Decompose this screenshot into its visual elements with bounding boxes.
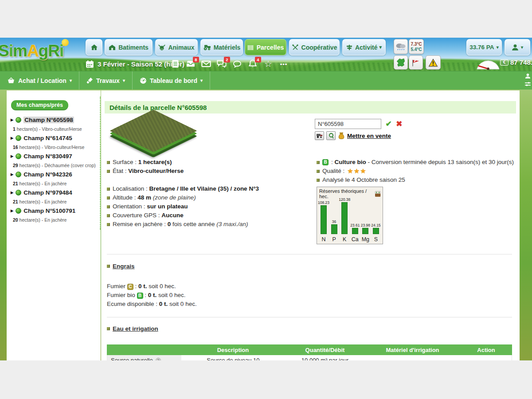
temperature-widget[interactable]: 7.3°C 5.4°C <box>409 39 424 54</box>
envelope-icon[interactable] <box>201 59 211 69</box>
expand-arrow-icon[interactable]: ▶ <box>11 172 13 176</box>
wind-button[interactable] <box>409 55 423 70</box>
temp-high: 7.3°C <box>411 42 422 47</box>
user-small-icon[interactable] <box>525 73 531 79</box>
weather-button[interactable] <box>394 39 408 54</box>
ecume-line: Ecume disponible : 0 t. soit 0 hec. <box>107 300 197 309</box>
action-points-button[interactable]: 33.76 PA ▾ <box>466 39 502 55</box>
chevron-down-icon: ▾ <box>70 78 72 83</box>
field-status-icon <box>16 135 21 141</box>
parcel-info-left: Surface : 1 hectare(s) État : Vibro-cult… <box>107 158 315 229</box>
field-name[interactable]: Champ N°605598 <box>23 117 74 123</box>
parcel-name-input[interactable] <box>315 119 381 129</box>
tab-label: Batiments <box>118 44 149 51</box>
irrigation-section-heading: Eau et irrigation <box>107 325 158 332</box>
warning-triangle-icon <box>428 59 438 67</box>
bullet-icon <box>107 161 110 164</box>
sidebar-item-field[interactable]: ▶ Champ N°979484 <box>11 189 72 196</box>
bullet-icon <box>107 214 110 217</box>
page-title: Détails de la parcelle N°605598 <box>105 101 516 113</box>
tab-label: Animaux <box>168 44 194 51</box>
filters-icon[interactable] <box>524 81 531 87</box>
money-display[interactable]: € 87 748. <box>500 59 532 66</box>
tab-animaux[interactable]: Animaux <box>155 39 198 55</box>
calendar-icon <box>86 60 94 68</box>
chevron-down-icon: ▾ <box>497 45 499 50</box>
engrais-heading: Engrais <box>107 263 197 270</box>
irrigation-title[interactable]: Eau et irrigation <box>113 325 158 332</box>
tab-label: Parcelles <box>257 44 284 51</box>
tab-home[interactable] <box>86 39 102 55</box>
sell-parcel-link[interactable]: Mettre en vente <box>347 133 391 139</box>
menu-label: Achat / Location <box>18 77 66 84</box>
chevron-down-icon: ▾ <box>123 78 125 83</box>
bio-badge-icon: B <box>137 293 143 299</box>
bell-icon[interactable]: 4 <box>247 59 258 69</box>
expand-arrow-icon[interactable]: ▶ <box>11 209 13 213</box>
chat-icon[interactable]: 2 <box>216 59 227 69</box>
wheat-field-icon <box>247 44 254 51</box>
field-detail: 20 hectare(s) - En jachère <box>13 217 66 223</box>
inbox-icon[interactable]: 8 <box>185 59 196 69</box>
chevron-down-icon: ▾ <box>200 78 203 83</box>
info-row-altitude: Altitude : 48 m (zone de plaine) <box>107 193 315 202</box>
bullet-icon <box>317 179 320 182</box>
sidebar-item-field[interactable]: ▶ Champ N°830497 <box>11 153 72 160</box>
chevron-down-icon: ▾ <box>521 45 523 50</box>
tab-activite[interactable]: Activité ▾ <box>342 39 386 55</box>
alert-button[interactable] <box>426 55 441 70</box>
sidebar-item-field[interactable]: ▶ Champ N°5100791 <box>11 207 75 214</box>
menu-travaux[interactable]: Travaux ▾ <box>79 71 133 90</box>
screen: SimAgRi Batiments Animaux Matériels Parc… <box>0 0 532 399</box>
field-name[interactable]: Champ N°942326 <box>23 171 72 178</box>
info-row-localisation: Localisation : Bretagne / Ille et Vilain… <box>107 184 315 193</box>
reserve-bar <box>373 228 379 234</box>
engrais-title[interactable]: Engrais <box>113 263 135 270</box>
tab-batiments[interactable]: Batiments <box>105 39 153 55</box>
tab-cooperative[interactable]: Coopérative <box>289 39 340 55</box>
speech-bubble-icon[interactable] <box>232 59 243 69</box>
menu-tableau-de-bord[interactable]: Tableau de bord ▾ <box>133 71 210 90</box>
reserve-bar <box>352 228 358 234</box>
sidebar-item-field[interactable]: ▶ Champ N°605598 <box>11 117 74 123</box>
simagri-site: SimAgRi Batiments Animaux Matériels Parc… <box>0 38 532 360</box>
tab-label: Coopérative <box>301 44 337 51</box>
region-map-button[interactable] <box>394 55 408 70</box>
more-menu-icon[interactable]: ••• <box>278 59 289 69</box>
action-points-value: 33.76 PA <box>469 44 494 51</box>
user-menu-button[interactable]: ▾ <box>505 39 530 55</box>
tab-materiels[interactable]: Matériels <box>200 39 243 55</box>
confirm-icon[interactable]: ✔ <box>385 120 391 128</box>
expand-arrow-icon[interactable]: ▶ <box>11 118 13 122</box>
field-name[interactable]: Champ N°979484 <box>23 189 72 196</box>
parcel-details-panel: Détails de la parcelle N°605598 ✔ ✖ <box>101 90 520 360</box>
simagri-logo[interactable]: SimAgRi <box>0 42 63 60</box>
expand-arrow-icon[interactable]: ▶ <box>11 136 13 140</box>
expand-arrow-icon[interactable]: ▶ <box>11 154 13 158</box>
bullet-icon <box>317 161 320 164</box>
favorites-star-icon[interactable]: ☆ <box>263 59 274 69</box>
chart-bars: 108.23 36 120.38 23.61 23.98 24.15 <box>319 197 380 234</box>
field-detail: 1 hectare(s) - Vibro-culteur/Herse <box>13 126 82 132</box>
harvester-tool-button[interactable] <box>315 131 324 140</box>
field-name[interactable]: Champ N°614745 <box>23 135 72 141</box>
sidebar-item-field[interactable]: ▶ Champ N°614745 <box>11 135 72 141</box>
field-name[interactable]: Champ N°5100791 <box>23 207 75 214</box>
fertilizer-bag-icon[interactable] <box>375 191 381 197</box>
sidebar-item-field[interactable]: ▶ Champ N°942326 <box>11 171 72 178</box>
table-row: Source naturelle? Source de niveau 10 10… <box>107 355 512 360</box>
cancel-icon[interactable]: ✖ <box>396 120 402 128</box>
cow-icon <box>158 44 165 51</box>
field-name[interactable]: Champ N°830497 <box>23 153 72 160</box>
menu-achat-location[interactable]: Achat / Location ▾ <box>0 71 79 90</box>
document-icon[interactable] <box>170 59 180 69</box>
expand-arrow-icon[interactable]: ▶ <box>11 191 13 195</box>
parcel-image <box>109 115 202 164</box>
help-icon[interactable]: ? <box>156 358 161 361</box>
hose-tool-button[interactable] <box>326 131 336 140</box>
harvester-icon <box>316 133 323 138</box>
fields-sidebar: Mes champs/prés ▶ Champ N°605598 1 hecta… <box>7 90 101 360</box>
divider <box>107 317 512 317</box>
conventional-badge-icon: C <box>127 284 133 290</box>
tab-parcelles-active[interactable]: Parcelles <box>245 39 286 55</box>
